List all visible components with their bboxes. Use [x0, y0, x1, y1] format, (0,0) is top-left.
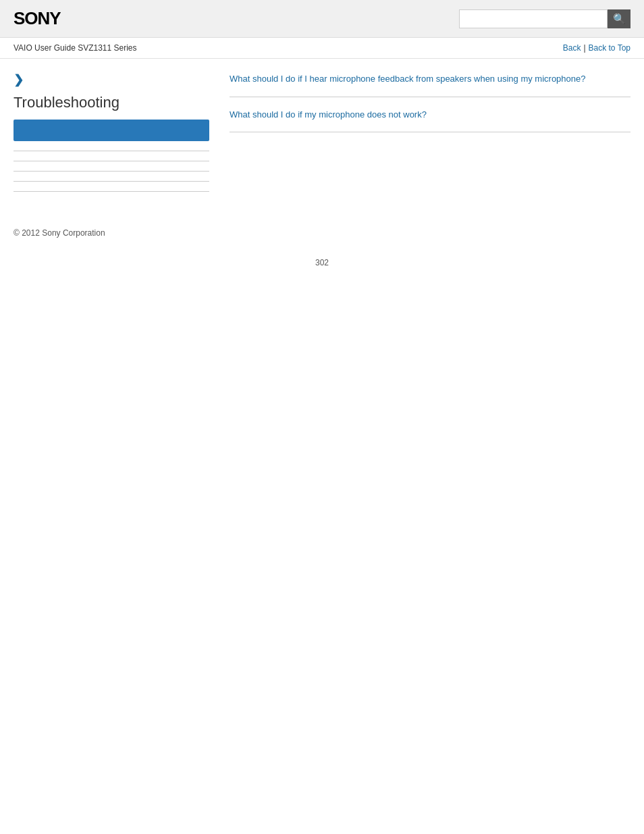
- page-number: 302: [0, 244, 644, 288]
- topic-link-1[interactable]: What should I do if I hear microphone fe…: [230, 72, 630, 86]
- sidebar-title: Troubleshooting: [14, 94, 209, 111]
- search-input[interactable]: [459, 9, 608, 28]
- footer: © 2012 Sony Corporation: [0, 215, 644, 244]
- page-header: SONY 🔍: [0, 0, 644, 38]
- search-icon: 🔍: [613, 13, 626, 25]
- guide-title: VAIO User Guide SVZ1311 Series: [14, 43, 137, 53]
- chevron-icon: ❯: [14, 72, 209, 87]
- nav-bar: VAIO User Guide SVZ1311 Series Back | Ba…: [0, 38, 644, 59]
- main-content: What should I do if I hear microphone fe…: [223, 72, 630, 201]
- topic-link-2[interactable]: What should I do if my microphone does n…: [230, 108, 630, 122]
- sidebar-divider-4: [14, 181, 209, 182]
- search-button[interactable]: 🔍: [608, 9, 630, 28]
- sony-logo: SONY: [14, 8, 61, 29]
- nav-links: Back | Back to Top: [563, 43, 630, 53]
- search-area: 🔍: [459, 9, 630, 28]
- topic-divider: [230, 97, 630, 97]
- back-link[interactable]: Back: [563, 43, 581, 53]
- back-to-top-link[interactable]: Back to Top: [589, 43, 630, 53]
- nav-separator: |: [583, 43, 585, 53]
- sidebar: ❯ Troubleshooting: [14, 72, 223, 201]
- sidebar-divider-5: [14, 191, 209, 192]
- sidebar-active-item[interactable]: [14, 120, 209, 141]
- sidebar-divider-3: [14, 171, 209, 172]
- copyright-text: © 2012 Sony Corporation: [14, 228, 105, 238]
- content-area: ❯ Troubleshooting What should I do if I …: [0, 59, 644, 215]
- sidebar-divider-1: [14, 151, 209, 151]
- topic-divider-2: [230, 132, 630, 132]
- sidebar-divider-2: [14, 161, 209, 161]
